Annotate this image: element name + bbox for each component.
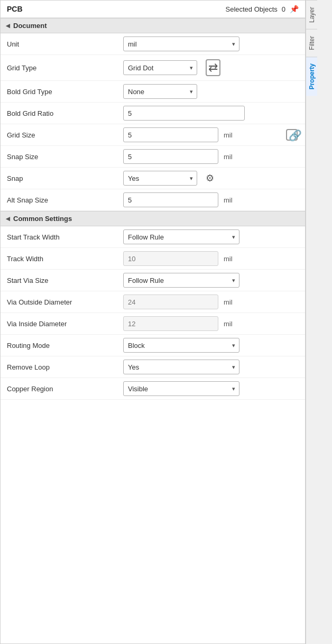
bold-grid-ratio-label: Bold Grid Ratio	[7, 109, 123, 117]
snap-gear-button[interactable]: ⚙	[205, 171, 215, 185]
bold-grid-ratio-input[interactable]	[123, 106, 245, 121]
routing-mode-row: Routing Mode Block Walkaround Push ▾	[1, 335, 305, 356]
start-track-width-dropdown[interactable]: Follow Rule Custom	[123, 229, 239, 244]
grid-type-swap-button[interactable]: ⇄	[205, 58, 222, 77]
copper-region-dropdown[interactable]: Visible All None	[123, 381, 239, 396]
track-width-unit: mil	[224, 255, 233, 263]
start-via-size-dropdown-container: Follow Rule Custom ▾	[123, 273, 239, 288]
bold-grid-type-row: Bold Grid Type None Grid Dot Grid Line ▾	[1, 81, 305, 103]
grid-size-input[interactable]	[123, 127, 218, 142]
gear-icon: ⚙	[206, 172, 214, 184]
snap-size-unit: mil	[224, 153, 233, 161]
grid-type-label: Grid Type	[7, 64, 123, 72]
start-track-width-row: Start Track Width Follow Rule Custom ▾	[1, 226, 305, 248]
snap-size-input[interactable]	[123, 149, 218, 164]
routing-mode-label: Routing Mode	[7, 342, 123, 349]
remove-loop-dropdown[interactable]: Yes No	[123, 360, 239, 374]
grid-size-link-button[interactable]: 🔗	[285, 128, 299, 142]
remove-loop-dropdown-container: Yes No ▾	[123, 360, 239, 374]
track-width-row: Track Width mil	[1, 248, 305, 270]
alt-snap-size-label: Alt Snap Size	[7, 196, 123, 204]
header-right: Selected Objects 0 📌	[225, 5, 299, 13]
common-settings-section-body: Start Track Width Follow Rule Custom ▾ T…	[1, 226, 305, 400]
bold-grid-type-control: None Grid Dot Grid Line ▾	[123, 84, 299, 99]
snap-size-control: mil	[123, 149, 299, 164]
document-section-label: Document	[13, 22, 47, 30]
grid-type-control: Grid Dot Grid Line None ▾ ⇄	[123, 58, 299, 77]
start-track-width-label: Start Track Width	[7, 233, 123, 241]
via-outside-diameter-control: mil	[123, 295, 299, 309]
side-tab-filter[interactable]: Filter	[306, 29, 317, 57]
unit-dropdown[interactable]: mil mm inch	[123, 36, 239, 51]
snap-size-label: Snap Size	[7, 153, 123, 161]
grid-type-dropdown-container: Grid Dot Grid Line None ▾	[123, 60, 197, 75]
bold-grid-ratio-row: Bold Grid Ratio	[1, 103, 305, 124]
remove-loop-row: Remove Loop Yes No ▾	[1, 356, 305, 378]
side-tabs-panel: Layer Filter Property	[306, 0, 317, 644]
start-via-size-control: Follow Rule Custom ▾	[123, 273, 299, 288]
start-via-size-label: Start Via Size	[7, 277, 123, 284]
start-via-size-row: Start Via Size Follow Rule Custom ▾	[1, 270, 305, 291]
track-width-label: Track Width	[7, 255, 123, 263]
alt-snap-size-input[interactable]	[123, 192, 218, 207]
grid-type-dropdown[interactable]: Grid Dot Grid Line None	[123, 60, 197, 75]
remove-loop-label: Remove Loop	[7, 363, 123, 371]
panel-title: PCB	[7, 5, 23, 13]
snap-label: Snap	[7, 174, 123, 182]
track-width-input	[123, 251, 218, 266]
document-collapse-icon: ◀	[6, 23, 10, 29]
copper-region-control: Visible All None ▾	[123, 381, 299, 396]
panel-header: PCB Selected Objects 0 📌	[1, 1, 305, 18]
bold-grid-type-dropdown[interactable]: None Grid Dot Grid Line	[123, 84, 197, 99]
via-inside-diameter-input	[123, 316, 218, 331]
grid-size-row: Grid Size mil 🔗	[1, 124, 305, 146]
pin-icon[interactable]: 📌	[290, 5, 299, 13]
via-outside-diameter-input	[123, 295, 218, 309]
unit-dropdown-container: mil mm inch ▾	[123, 36, 239, 51]
bold-grid-ratio-control	[123, 106, 299, 121]
start-via-size-dropdown[interactable]: Follow Rule Custom	[123, 273, 239, 288]
snap-dropdown[interactable]: Yes No	[123, 171, 197, 186]
snap-size-row: Snap Size mil	[1, 146, 305, 168]
unit-row: Unit mil mm inch ▾	[1, 33, 305, 55]
unit-control: mil mm inch ▾	[123, 36, 299, 51]
track-width-control: mil	[123, 251, 299, 266]
routing-mode-control: Block Walkaround Push ▾	[123, 338, 299, 353]
document-section-body: Unit mil mm inch ▾ Grid Type	[1, 33, 305, 211]
swap-icon: ⇄	[206, 59, 220, 76]
start-track-width-dropdown-container: Follow Rule Custom ▾	[123, 229, 239, 244]
alt-snap-size-unit: mil	[224, 196, 233, 204]
document-section-header[interactable]: ◀ Document	[1, 18, 305, 33]
via-inside-diameter-unit: mil	[224, 320, 233, 328]
via-outside-diameter-row: Via Outside Diameter mil	[1, 291, 305, 313]
remove-loop-control: Yes No ▾	[123, 360, 299, 374]
grid-size-label: Grid Size	[7, 131, 123, 139]
grid-size-control: mil 🔗	[123, 127, 299, 142]
common-settings-section-label: Common Settings	[13, 215, 72, 223]
via-outside-diameter-label: Via Outside Diameter	[7, 298, 123, 306]
link-icon: 🔗	[286, 129, 298, 141]
grid-type-row: Grid Type Grid Dot Grid Line None ▾ ⇄	[1, 55, 305, 81]
copper-region-dropdown-container: Visible All None ▾	[123, 381, 239, 396]
via-inside-diameter-control: mil	[123, 316, 299, 331]
common-settings-collapse-icon: ◀	[6, 216, 10, 222]
copper-region-row: Copper Region Visible All None ▾	[1, 378, 305, 400]
via-inside-diameter-label: Via Inside Diameter	[7, 320, 123, 328]
side-tab-layer[interactable]: Layer	[306, 0, 317, 29]
snap-control: Yes No ▾ ⚙	[123, 171, 299, 186]
alt-snap-size-control: mil	[123, 192, 299, 207]
selected-objects-count: 0	[282, 5, 285, 13]
via-inside-diameter-row: Via Inside Diameter mil	[1, 313, 305, 335]
unit-label: Unit	[7, 40, 123, 48]
snap-row: Snap Yes No ▾ ⚙	[1, 168, 305, 189]
routing-mode-dropdown-container: Block Walkaround Push ▾	[123, 338, 239, 353]
copper-region-label: Copper Region	[7, 385, 123, 393]
via-outside-diameter-unit: mil	[224, 298, 233, 306]
alt-snap-size-row: Alt Snap Size mil	[1, 189, 305, 211]
side-tab-property[interactable]: Property	[306, 57, 317, 96]
routing-mode-dropdown[interactable]: Block Walkaround Push	[123, 338, 239, 353]
common-settings-section-header[interactable]: ◀ Common Settings	[1, 211, 305, 226]
selected-objects-label: Selected Objects	[225, 5, 277, 13]
snap-dropdown-container: Yes No ▾	[123, 171, 197, 186]
bold-grid-type-label: Bold Grid Type	[7, 88, 123, 96]
